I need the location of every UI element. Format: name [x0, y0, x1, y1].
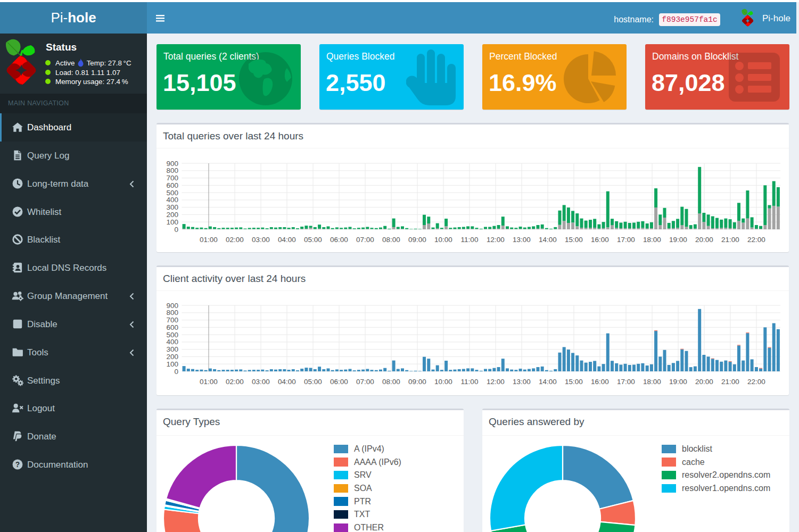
svg-text:18:00: 18:00: [643, 236, 661, 244]
svg-text:02:00: 02:00: [226, 236, 244, 244]
svg-text:09:00: 09:00: [408, 236, 426, 244]
svg-text:01:00: 01:00: [200, 236, 218, 244]
svg-text:17:00: 17:00: [617, 378, 635, 386]
svg-text:15:00: 15:00: [565, 378, 583, 386]
svg-text:22:00: 22:00: [747, 378, 765, 386]
svg-text:13:00: 13:00: [513, 236, 531, 244]
svg-text:900: 900: [166, 160, 178, 168]
svg-text:08:00: 08:00: [382, 378, 400, 386]
svg-text:22:00: 22:00: [747, 236, 765, 244]
svg-text:600: 600: [166, 323, 178, 331]
svg-text:?: ?: [15, 461, 20, 469]
svg-text:800: 800: [166, 309, 178, 317]
svg-text:07:00: 07:00: [356, 236, 374, 244]
svg-text:20:00: 20:00: [695, 378, 713, 386]
svg-text:21:00: 21:00: [721, 236, 739, 244]
svg-text:200: 200: [166, 211, 178, 219]
svg-text:13:00: 13:00: [513, 378, 531, 386]
svg-text:04:00: 04:00: [278, 236, 296, 244]
svg-text:19:00: 19:00: [669, 378, 687, 386]
svg-text:16:00: 16:00: [591, 378, 609, 386]
svg-text:400: 400: [166, 338, 178, 346]
svg-text:0: 0: [174, 226, 178, 234]
svg-text:04:00: 04:00: [278, 378, 296, 386]
svg-text:15:00: 15:00: [565, 236, 583, 244]
svg-text:700: 700: [166, 174, 178, 182]
svg-text:21:00: 21:00: [721, 378, 739, 386]
svg-text:300: 300: [166, 345, 178, 353]
svg-text:19:00: 19:00: [669, 236, 687, 244]
svg-text:11:00: 11:00: [461, 236, 479, 244]
svg-text:07:00: 07:00: [356, 378, 374, 386]
svg-text:06:00: 06:00: [330, 378, 348, 386]
svg-text:12:00: 12:00: [487, 236, 505, 244]
svg-text:03:00: 03:00: [252, 236, 270, 244]
svg-text:800: 800: [166, 167, 178, 174]
svg-text:400: 400: [166, 196, 178, 204]
svg-text:17:00: 17:00: [617, 236, 635, 244]
svg-text:10:00: 10:00: [434, 378, 452, 386]
svg-text:200: 200: [166, 353, 178, 361]
svg-text:600: 600: [166, 181, 178, 189]
svg-text:500: 500: [166, 189, 178, 197]
svg-text:300: 300: [166, 203, 178, 211]
svg-text:03:00: 03:00: [252, 378, 270, 386]
svg-text:500: 500: [166, 331, 178, 339]
svg-text:02:00: 02:00: [226, 378, 244, 386]
svg-text:20:00: 20:00: [695, 236, 713, 244]
svg-text:05:00: 05:00: [304, 236, 322, 244]
svg-text:11:00: 11:00: [461, 378, 479, 386]
svg-text:18:00: 18:00: [643, 378, 661, 386]
svg-text:05:00: 05:00: [304, 378, 322, 386]
svg-text:14:00: 14:00: [539, 378, 557, 386]
svg-text:700: 700: [166, 316, 178, 324]
svg-text:06:00: 06:00: [330, 236, 348, 244]
svg-text:0: 0: [174, 368, 178, 376]
svg-text:10:00: 10:00: [434, 236, 452, 244]
svg-text:14:00: 14:00: [539, 236, 557, 244]
svg-text:16:00: 16:00: [591, 236, 609, 244]
svg-text:08:00: 08:00: [382, 236, 400, 244]
svg-text:09:00: 09:00: [408, 378, 426, 386]
svg-text:01:00: 01:00: [200, 378, 218, 386]
svg-text:100: 100: [166, 218, 178, 226]
svg-text:100: 100: [166, 360, 178, 368]
svg-text:900: 900: [166, 302, 178, 310]
svg-text:12:00: 12:00: [487, 378, 505, 386]
